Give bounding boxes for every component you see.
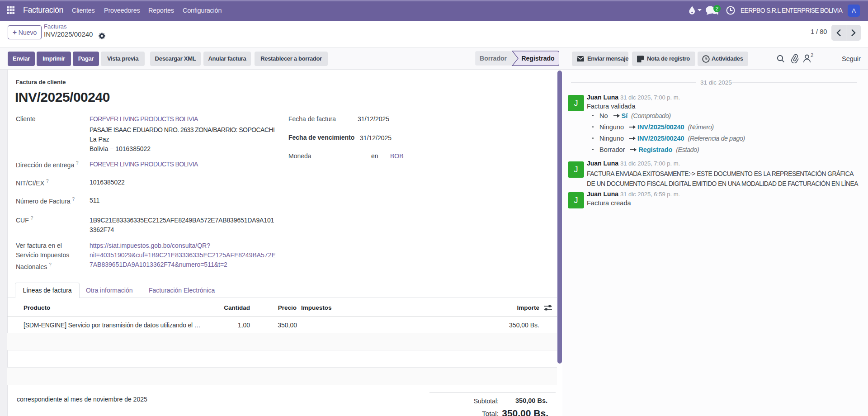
- svg-text:Borrador: Borrador: [480, 55, 507, 62]
- svg-text:Registrado: Registrado: [521, 55, 554, 62]
